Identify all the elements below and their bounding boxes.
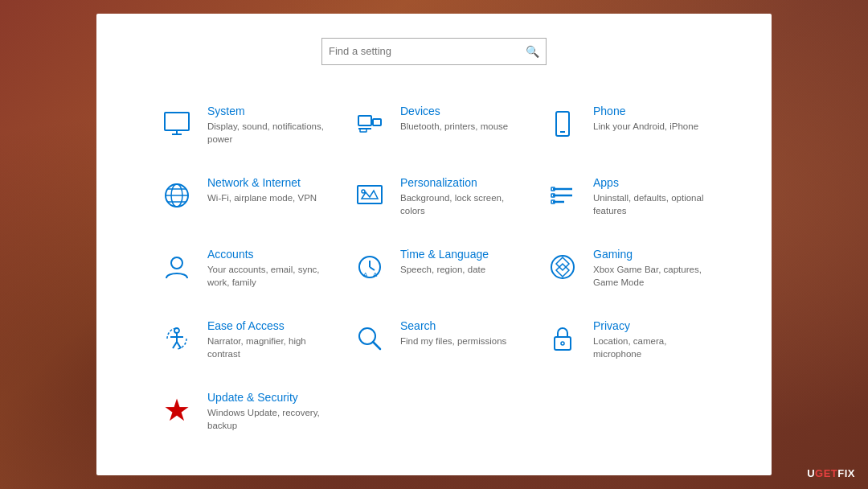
search-desc: Find my files, permissions	[400, 335, 506, 347]
svg-rect-0	[165, 113, 189, 130]
update-text: Update & Security Windows Update, recove…	[207, 391, 325, 432]
svg-text:A: A	[373, 271, 378, 278]
settings-grid: System Display, sound, notifications, po…	[145, 93, 723, 444]
devices-text: Devices Bluetooth, printers, mouse	[400, 105, 508, 133]
devices-desc: Bluetooth, printers, mouse	[400, 120, 508, 133]
personalization-desc: Background, lock screen, colors	[400, 191, 518, 217]
settings-window: 🔍 System Display, sound, notifications, …	[96, 14, 772, 476]
time-icon: A A	[350, 248, 389, 286]
monitor-icon	[158, 105, 196, 143]
gaming-title: Gaming	[593, 248, 710, 261]
network-icon	[158, 176, 196, 215]
devices-title: Devices	[400, 105, 508, 117]
time-text: Time & Language Speech, region, date	[400, 248, 489, 276]
settings-item-privacy[interactable]: Privacy Location, camera, microphone	[530, 308, 723, 372]
update-desc: Windows Update, recovery, backup	[207, 406, 325, 432]
network-desc: Wi-Fi, airplane mode, VPN	[207, 191, 317, 204]
personalization-title: Personalization	[400, 176, 518, 189]
personalization-icon	[350, 176, 389, 215]
phone-desc: Link your Android, iPhone	[593, 120, 698, 133]
search-bar[interactable]: 🔍	[321, 38, 547, 65]
settings-item-update[interactable]: ★ Update & Security Windows Update, reco…	[145, 380, 338, 443]
svg-point-15	[362, 190, 365, 193]
devices-icon	[350, 105, 389, 143]
phone-icon	[543, 105, 582, 143]
settings-item-apps[interactable]: Apps Uninstall, defaults, optional featu…	[530, 165, 723, 228]
settings-item-search[interactable]: Search Find my files, permissions	[338, 308, 530, 372]
apps-desc: Uninstall, defaults, optional features	[593, 191, 710, 217]
search-settings-icon	[350, 319, 389, 358]
gaming-desc: Xbox Game Bar, captures, Game Mode	[593, 263, 710, 289]
accounts-icon	[158, 248, 196, 286]
settings-item-personalization[interactable]: Personalization Background, lock screen,…	[338, 165, 530, 228]
settings-item-system[interactable]: System Display, sound, notifications, po…	[145, 93, 338, 157]
settings-item-network[interactable]: Network & Internet Wi-Fi, airplane mode,…	[145, 165, 338, 228]
star-symbol: ★	[163, 395, 190, 425]
ease-title: Ease of Access	[207, 319, 325, 332]
network-text: Network & Internet Wi-Fi, airplane mode,…	[207, 176, 317, 204]
accounts-text: Accounts Your accounts, email, sync, wor…	[207, 248, 325, 289]
accounts-title: Accounts	[207, 248, 325, 261]
svg-rect-32	[555, 337, 571, 350]
settings-item-accounts[interactable]: Accounts Your accounts, email, sync, wor…	[145, 236, 338, 300]
privacy-title: Privacy	[593, 319, 710, 332]
ease-desc: Narrator, magnifier, high contrast	[207, 335, 325, 360]
gaming-icon	[543, 248, 582, 286]
time-desc: Speech, region, date	[400, 263, 489, 276]
privacy-text: Privacy Location, camera, microphone	[593, 319, 710, 360]
network-title: Network & Internet	[207, 176, 317, 189]
svg-rect-3	[358, 116, 371, 125]
apps-icon	[543, 176, 582, 215]
privacy-desc: Location, camera, microphone	[593, 335, 710, 360]
system-text: System Display, sound, notifications, po…	[207, 105, 325, 146]
ease-icon	[158, 319, 196, 358]
svg-line-31	[373, 342, 380, 349]
search-icon: 🔍	[526, 45, 539, 58]
settings-item-ease[interactable]: Ease of Access Narrator, magnifier, high…	[145, 308, 338, 372]
gaming-text: Gaming Xbox Game Bar, captures, Game Mod…	[593, 248, 710, 289]
find-setting-input[interactable]	[329, 45, 526, 57]
svg-rect-6	[360, 129, 366, 132]
settings-item-phone[interactable]: Phone Link your Android, iPhone	[530, 93, 723, 157]
apps-text: Apps Uninstall, defaults, optional featu…	[593, 176, 710, 217]
system-desc: Display, sound, notifications, power	[207, 120, 325, 146]
search-title: Search	[400, 319, 506, 332]
svg-point-33	[561, 342, 564, 345]
svg-line-25	[370, 267, 375, 270]
svg-point-22	[171, 257, 182, 269]
svg-rect-14	[358, 186, 382, 203]
settings-item-gaming[interactable]: Gaming Xbox Game Bar, captures, Game Mod…	[530, 236, 723, 300]
ease-text: Ease of Access Narrator, magnifier, high…	[207, 319, 325, 360]
personalization-text: Personalization Background, lock screen,…	[400, 176, 518, 217]
phone-text: Phone Link your Android, iPhone	[593, 105, 698, 133]
phone-title: Phone	[593, 105, 698, 117]
accounts-desc: Your accounts, email, sync, work, family	[207, 263, 325, 289]
update-icon: ★	[158, 391, 196, 429]
svg-point-28	[551, 256, 574, 278]
settings-item-devices[interactable]: Devices Bluetooth, printers, mouse	[338, 93, 530, 157]
svg-rect-4	[373, 119, 381, 125]
system-title: System	[207, 105, 325, 117]
apps-title: Apps	[593, 176, 710, 189]
search-text: Search Find my files, permissions	[400, 319, 506, 347]
update-title: Update & Security	[207, 391, 325, 404]
watermark: UGETFIX	[807, 467, 855, 479]
privacy-icon	[543, 319, 582, 358]
time-title: Time & Language	[400, 248, 489, 261]
svg-text:A: A	[363, 271, 368, 278]
settings-item-time[interactable]: A A Time & Language Speech, region, date	[338, 236, 530, 300]
